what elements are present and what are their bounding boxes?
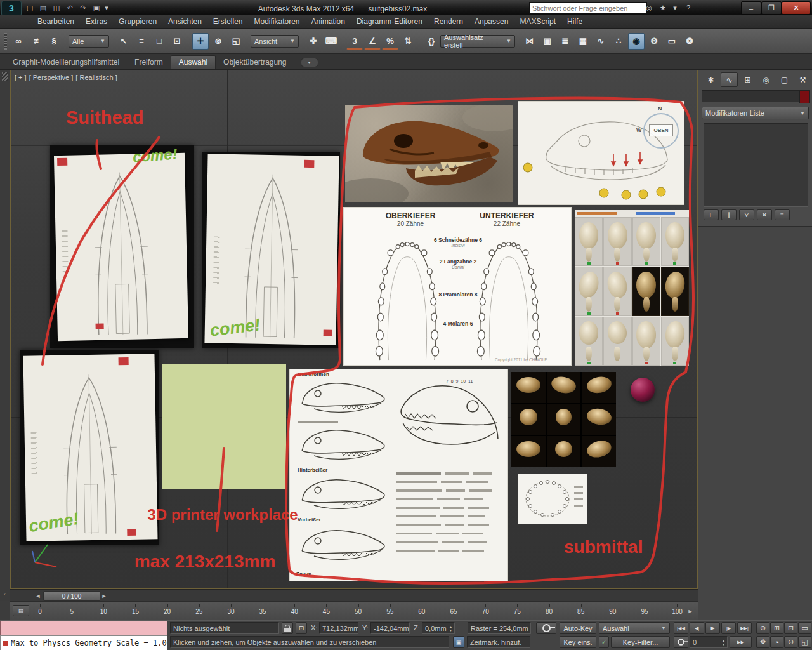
dock-grip[interactable]	[2, 72, 8, 81]
time-tag-icon[interactable]: ▣	[453, 636, 464, 648]
add-time-tag-field[interactable]: Zeitmark. hinzuf.	[467, 636, 530, 648]
mirror-icon[interactable]: ⋈	[521, 33, 538, 50]
open-mini-trackbar-icon[interactable]: ▤	[13, 605, 29, 616]
snap-toggle-icon[interactable]: 3	[346, 32, 363, 50]
key-selection-dropdown[interactable]: Auswahl▼	[599, 622, 670, 634]
go-to-start-icon[interactable]: |◀◀	[674, 622, 688, 634]
favorites-icon[interactable]: ★	[657, 2, 669, 13]
select-object-icon[interactable]: ↖	[115, 33, 132, 50]
timeline-ruler[interactable]: ▤ 05 1015 2025 3035 4045 5055 6065 7075 …	[10, 601, 698, 620]
show-end-result-icon[interactable]: ∥	[721, 209, 737, 220]
frame-step-icon[interactable]: ▶▶	[730, 636, 752, 648]
graphite-ribbon-toggle-icon[interactable]: ▦	[575, 33, 591, 50]
keyboard-shortcut-override-icon[interactable]: ⌨	[323, 33, 339, 50]
select-and-manipulate-icon[interactable]: ✜	[305, 33, 322, 50]
select-and-scale-icon[interactable]: ◱	[228, 33, 244, 50]
frame-forward-icon[interactable]: ►	[100, 592, 108, 600]
menu-anpassen[interactable]: Anpassen	[469, 16, 514, 27]
pin-stack-icon[interactable]: ⊦	[704, 209, 719, 220]
orbit-icon[interactable]: ◔	[770, 636, 783, 648]
app-logo-icon[interactable]: 3	[1, 1, 22, 16]
remove-modifier-icon[interactable]: ✕	[757, 209, 772, 220]
absolute-mode-icon[interactable]: ⊡	[296, 622, 307, 634]
spinner-snap-icon[interactable]: ⇅	[400, 33, 416, 50]
menu-diagramm-editoren[interactable]: Diagramm-Editoren	[351, 16, 428, 27]
render-setup-icon[interactable]: ⚙	[646, 33, 662, 50]
object-name-field[interactable]	[702, 90, 801, 102]
render-production-icon[interactable]: ❂	[681, 33, 698, 50]
tab-create-icon[interactable]: ✱	[702, 72, 719, 87]
modifier-list-dropdown[interactable]: Modifikatoren-Liste▼	[702, 107, 809, 119]
key-mode-toggle-icon[interactable]	[674, 636, 688, 648]
zoom-extents-icon[interactable]: ⊡	[784, 622, 797, 634]
selection-filter-dropdown[interactable]: Alle▼	[69, 35, 109, 48]
align-icon[interactable]: ▣	[539, 33, 556, 50]
scroll-left-icon[interactable]: ‹	[0, 589, 10, 599]
tab-hierarchy-icon[interactable]: ⊞	[739, 72, 756, 87]
next-frame-icon[interactable]: |▶	[721, 622, 736, 634]
curve-editor-icon[interactable]: ∿	[593, 33, 609, 50]
menu-hilfe[interactable]: Hilfe	[561, 16, 588, 27]
close-button[interactable]: ✕	[782, 1, 811, 15]
object-color-swatch[interactable]	[799, 90, 810, 103]
infocenter-search-input[interactable]	[529, 2, 647, 14]
select-and-link-icon[interactable]: ∞	[10, 33, 27, 50]
go-to-end-icon[interactable]: ▶▶|	[737, 622, 752, 634]
viewport-menu-view[interactable]: [ Perspektive ]	[29, 74, 74, 81]
menu-modifikatoren[interactable]: Modifikatoren	[249, 16, 306, 27]
percent-snap-icon[interactable]: %	[382, 32, 398, 50]
make-unique-icon[interactable]: ⋎	[739, 209, 754, 220]
menu-ansichten[interactable]: Ansichten	[162, 16, 207, 27]
ribbon-tab-objektuebertragung[interactable]: Objektübertragung	[216, 56, 294, 69]
ribbon-tab-graphit-modellierung[interactable]: Graphit-Modellierungshilfsmittel	[5, 56, 127, 69]
current-frame-field[interactable]: 0▴▾	[690, 636, 728, 648]
ribbon-tab-freiform[interactable]: Freiform	[127, 56, 171, 69]
tab-utilities-icon[interactable]: ⚒	[794, 72, 811, 87]
ribbon-tab-auswahl[interactable]: Auswahl	[171, 55, 216, 69]
auto-key-button[interactable]: Auto-Key	[560, 622, 596, 634]
zoom-icon[interactable]: ⊕	[756, 622, 769, 634]
unlink-selection-icon[interactable]: ≠	[28, 33, 44, 50]
modifier-stack-list[interactable]	[704, 123, 808, 207]
maxscript-listener-pane[interactable]: Max to Physcs Geometry Scale = 1.0	[0, 635, 167, 650]
y-coordinate-field[interactable]: -142,04mm▴▾	[370, 622, 410, 634]
previous-frame-icon[interactable]: ◀|	[690, 622, 704, 634]
configure-modifier-sets-icon[interactable]: ≡	[775, 209, 790, 220]
selection-region-icon[interactable]: □	[151, 33, 167, 50]
menu-extras[interactable]: Extras	[80, 16, 113, 27]
toolbar-grip[interactable]	[4, 33, 7, 50]
viewport-menu-shading[interactable]: [ Realistisch ]	[75, 74, 117, 81]
macro-recorder-pane[interactable]	[0, 621, 167, 635]
play-animation-icon[interactable]: ▶	[705, 622, 720, 634]
menu-erstellen[interactable]: Erstellen	[207, 16, 249, 27]
save-file-icon[interactable]: ◫	[51, 2, 62, 13]
viewport-perspective[interactable]: [ + ] [ Perspektive ] [ Realistisch ] co…	[10, 70, 698, 589]
maximize-viewport-icon[interactable]: ◱	[798, 636, 811, 648]
menu-rendern[interactable]: Rendern	[428, 16, 469, 27]
time-slider-handle[interactable]: 0 / 100	[43, 591, 100, 601]
ruler-scroll-icon[interactable]: ►	[686, 607, 694, 615]
sphere-object[interactable]	[631, 378, 655, 402]
field-of-view-icon[interactable]: ⊙	[784, 636, 797, 648]
redo-icon[interactable]: ↷	[77, 2, 89, 13]
minimize-button[interactable]: –	[741, 1, 761, 15]
viewport-menu-general[interactable]: [ + ]	[15, 74, 27, 81]
time-slider-track[interactable]: ◄ 0 / 100 ►	[10, 589, 698, 601]
set-key-icon[interactable]	[536, 622, 556, 634]
pan-icon[interactable]: ✥	[756, 636, 769, 648]
select-and-move-icon[interactable]: ✛	[192, 33, 209, 50]
select-by-name-icon[interactable]: ≡	[133, 33, 150, 50]
named-selection-set-dropdown[interactable]: Auswahlsatz erstell▼	[440, 35, 515, 48]
reference-coordinate-dropdown[interactable]: Ansicht▼	[251, 35, 299, 48]
bind-to-space-warp-icon[interactable]: §	[46, 33, 62, 50]
zoom-region-icon[interactable]: ▭	[798, 622, 811, 634]
material-editor-icon[interactable]: ◉	[628, 33, 645, 50]
frame-back-icon[interactable]: ◄	[34, 592, 42, 600]
help-icon[interactable]: ?	[683, 2, 694, 13]
infocenter-search-icon[interactable]: ◎	[643, 2, 655, 13]
infocenter-dropdown-icon[interactable]: ▾	[671, 2, 679, 13]
window-crossing-toggle-icon[interactable]: ⊡	[169, 33, 185, 50]
tab-display-icon[interactable]: ▢	[776, 72, 793, 87]
project-folder-icon[interactable]: ▣	[91, 2, 102, 13]
edit-named-selection-sets-icon[interactable]: {}	[423, 33, 440, 50]
